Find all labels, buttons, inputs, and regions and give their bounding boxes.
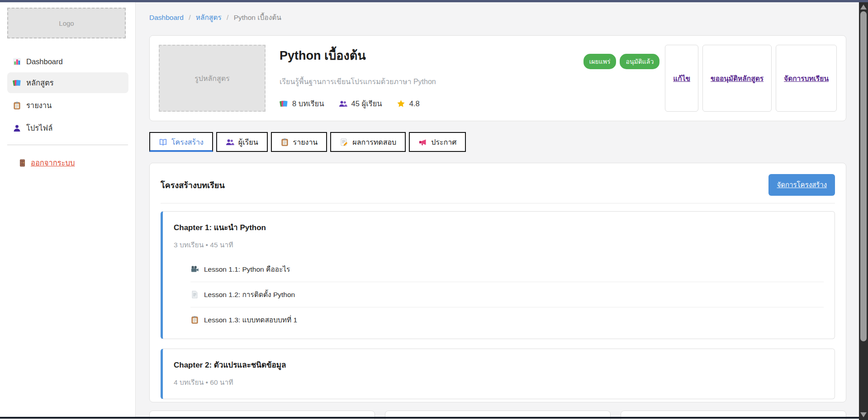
door-icon bbox=[18, 159, 27, 167]
course-image-placeholder: รูปหลักสูตร bbox=[159, 45, 266, 112]
books-icon bbox=[280, 99, 288, 108]
structure-header: โครงสร้างบทเรียน จัดการโครงสร้าง bbox=[161, 174, 835, 196]
scrollbar-up-arrow[interactable] bbox=[860, 5, 867, 9]
status-badge-approved: อนุมัติแล้ว bbox=[620, 54, 659, 69]
manage-lessons-button[interactable]: จัดการบทเรียน bbox=[776, 45, 837, 112]
tab-reports[interactable]: รายงาน bbox=[271, 132, 327, 152]
structure-divider bbox=[161, 203, 835, 203]
course-info: Python เบื้องต้น เรียนรู้พื้นฐานการเขียน… bbox=[280, 45, 579, 112]
main-content: Dashboard / หลักสูตร / Python เบื้องต้น … bbox=[136, 2, 858, 420]
course-description: เรียนรู้พื้นฐานการเขียนโปรแกรมด้วยภาษา P… bbox=[280, 76, 579, 87]
course-actions: แก้ไข ขออนุมัติหลักสูตร จัดการบทเรียน bbox=[665, 45, 837, 112]
logout-label: ออกจากระบบ bbox=[31, 157, 75, 169]
chapter-title: Chapter 1: แนะนำ Python bbox=[174, 221, 824, 233]
tab-label: โครงสร้าง bbox=[171, 137, 204, 148]
clipboard-icon bbox=[13, 101, 21, 110]
lesson-title: Lesson 1.1: Python คืออะไร bbox=[204, 264, 290, 275]
document-icon bbox=[190, 290, 199, 299]
window-top-strip bbox=[0, 0, 868, 2]
stat-rating: 4.8 bbox=[397, 99, 420, 108]
stat-students: 45 ผู้เรียน bbox=[339, 98, 382, 109]
tab-students[interactable]: ผู้เรียน bbox=[216, 132, 268, 152]
scrollbar-thumb[interactable] bbox=[860, 11, 867, 341]
tab-structure[interactable]: โครงสร้าง bbox=[149, 132, 213, 152]
breadcrumb-separator: / bbox=[189, 14, 190, 21]
tab-label: รายงาน bbox=[293, 137, 318, 148]
breadcrumb-current: Python เบื้องต้น bbox=[234, 14, 281, 21]
stat-rating-label: 4.8 bbox=[409, 99, 420, 108]
sidebar: Logo Dashboard หลักสูตร รายงาน โปรไฟล์ bbox=[0, 2, 136, 419]
course-image-label: รูปหลักสูตร bbox=[194, 73, 230, 84]
tab-announcements[interactable]: ประกาศ bbox=[409, 132, 466, 152]
books-icon bbox=[13, 79, 21, 87]
bar-chart-icon bbox=[13, 57, 21, 66]
video-camera-icon bbox=[190, 265, 199, 274]
manage-structure-button[interactable]: จัดการโครงสร้าง bbox=[768, 174, 835, 196]
tab-test-results[interactable]: ผลการทดสอบ bbox=[330, 132, 406, 152]
sidebar-item-courses[interactable]: หลักสูตร bbox=[7, 72, 128, 93]
tab-label: ประกาศ bbox=[431, 137, 456, 148]
chapter-meta: 4 บทเรียน • 60 นาที bbox=[174, 377, 824, 388]
edit-course-label: แก้ไข bbox=[673, 73, 690, 84]
course-tabs: โครงสร้าง ผู้เรียน รายงาน ผลการทดสอบ ประ… bbox=[149, 132, 846, 152]
lesson-title: Lesson 1.3: แบบทดสอบบทที่ 1 bbox=[204, 314, 297, 326]
open-book-icon bbox=[159, 138, 167, 146]
breadcrumb: Dashboard / หลักสูตร / Python เบื้องต้น bbox=[149, 13, 846, 22]
lesson-list: Lesson 1.1: Python คืออะไร Lesson 1.2: ก… bbox=[190, 257, 824, 332]
course-stats: 8 บทเรียน 45 ผู้เรียน 4.8 bbox=[280, 98, 579, 109]
logout-link[interactable]: ออกจากระบบ bbox=[18, 157, 75, 169]
edit-course-button[interactable]: แก้ไข bbox=[665, 45, 698, 112]
lesson-row[interactable]: Lesson 1.1: Python คืออะไร bbox=[190, 257, 824, 282]
lesson-row[interactable]: Lesson 1.2: การติดตั้ง Python bbox=[190, 282, 824, 307]
stat-lessons: 8 บทเรียน bbox=[280, 98, 324, 109]
sidebar-item-profile[interactable]: โปรไฟล์ bbox=[7, 118, 128, 138]
person-icon bbox=[13, 124, 21, 132]
tab-label: ผู้เรียน bbox=[238, 137, 258, 148]
status-badge-published: เผยแพร่ bbox=[583, 54, 617, 69]
clipboard-icon bbox=[190, 316, 199, 324]
stat-lessons-label: 8 บทเรียน bbox=[292, 98, 324, 109]
sidebar-divider bbox=[7, 145, 128, 145]
sidebar-item-reports[interactable]: รายงาน bbox=[7, 95, 128, 116]
sidebar-nav: Dashboard หลักสูตร รายงาน โปรไฟล์ bbox=[0, 53, 135, 138]
window-bottom-strip bbox=[0, 417, 868, 419]
request-approval-label: ขออนุมัติหลักสูตร bbox=[711, 73, 764, 84]
tab-label: ผลการทดสอบ bbox=[352, 137, 396, 148]
people-icon bbox=[226, 138, 234, 146]
chapter-meta: 3 บทเรียน • 45 นาที bbox=[174, 239, 824, 250]
breadcrumb-dashboard-link[interactable]: Dashboard bbox=[149, 14, 184, 21]
sidebar-item-label: รายงาน bbox=[26, 99, 52, 111]
request-approval-button[interactable]: ขออนุมัติหลักสูตร bbox=[702, 45, 772, 112]
lesson-title: Lesson 1.2: การติดตั้ง Python bbox=[204, 289, 295, 300]
manage-lessons-label: จัดการบทเรียน bbox=[784, 73, 829, 84]
stat-students-label: 45 ผู้เรียน bbox=[351, 98, 382, 109]
sidebar-item-dashboard[interactable]: Dashboard bbox=[7, 53, 128, 71]
clipboard-icon bbox=[280, 138, 289, 146]
sidebar-item-label: Dashboard bbox=[26, 57, 63, 66]
scrollbar-down-arrow[interactable] bbox=[860, 412, 867, 417]
memo-icon bbox=[340, 138, 348, 146]
sidebar-item-label: โปรไฟล์ bbox=[26, 122, 52, 134]
course-title: Python เบื้องต้น bbox=[280, 46, 579, 65]
chapter-card-2[interactable]: Chapter 2: ตัวแปรและชนิดข้อมูล 4 บทเรียน… bbox=[161, 349, 835, 399]
logo-text: Logo bbox=[59, 19, 74, 27]
megaphone-icon bbox=[418, 138, 427, 146]
chapter-card-1[interactable]: Chapter 1: แนะนำ Python 3 บทเรียน • 45 น… bbox=[161, 211, 835, 339]
structure-panel: โครงสร้างบทเรียน จัดการโครงสร้าง Chapter… bbox=[149, 163, 846, 402]
structure-title: โครงสร้างบทเรียน bbox=[161, 179, 225, 192]
status-badges: เผยแพร่ อนุมัติแล้ว bbox=[583, 54, 660, 69]
course-header-card: รูปหลักสูตร Python เบื้องต้น เรียนรู้พื้… bbox=[149, 35, 846, 121]
breadcrumb-courses-link[interactable]: หลักสูตร bbox=[196, 14, 222, 21]
sidebar-item-label: หลักสูตร bbox=[26, 77, 54, 89]
breadcrumb-separator: / bbox=[227, 14, 228, 21]
logo-placeholder: Logo bbox=[7, 8, 126, 38]
people-icon bbox=[339, 99, 347, 108]
lesson-row[interactable]: Lesson 1.3: แบบทดสอบบทที่ 1 bbox=[190, 307, 824, 332]
star-icon bbox=[397, 99, 405, 108]
chapter-title: Chapter 2: ตัวแปรและชนิดข้อมูล bbox=[174, 359, 824, 371]
vertical-scrollbar[interactable] bbox=[859, 2, 868, 420]
